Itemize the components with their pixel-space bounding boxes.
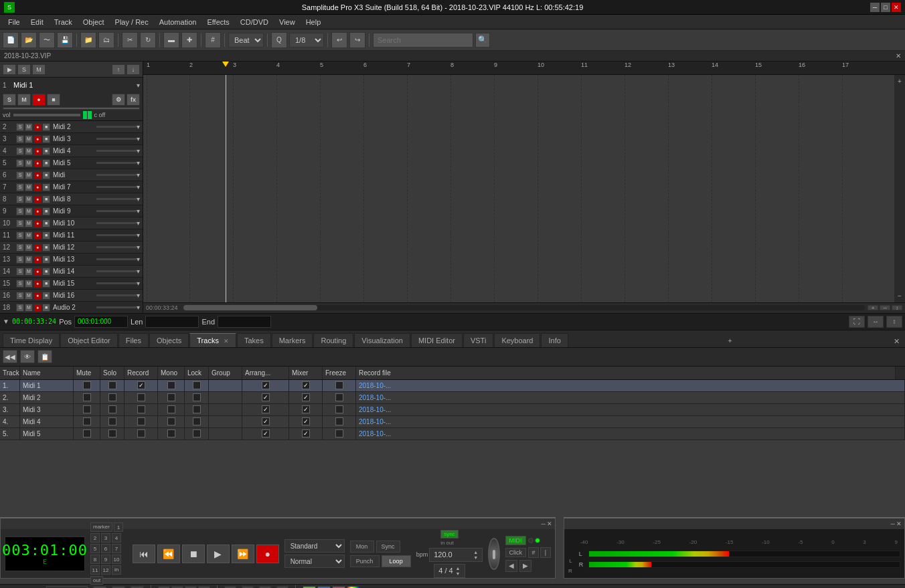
tab-keyboard[interactable]: Keyboard: [494, 333, 540, 347]
maximize-button[interactable]: □: [881, 3, 890, 12]
close-button[interactable]: ✕: [892, 3, 901, 12]
marker-12-btn[interactable]: 12: [101, 565, 110, 575]
t5-s[interactable]: S: [16, 159, 24, 167]
row4-solo[interactable]: [100, 416, 125, 427]
scroll-down-btn[interactable]: −: [898, 292, 902, 300]
s-btn[interactable]: S: [17, 64, 31, 75]
row2-lock[interactable]: [185, 392, 209, 403]
row1-name[interactable]: Midi 1: [20, 380, 74, 391]
settings-status-btn[interactable]: ⚙: [276, 586, 289, 589]
t9-m[interactable]: M: [25, 207, 33, 215]
t10-rec[interactable]: ●: [33, 219, 42, 227]
fit-btn[interactable]: ↕: [892, 305, 902, 310]
track1-stop-btn[interactable]: ■: [47, 94, 60, 106]
t14-stop[interactable]: ■: [42, 268, 50, 276]
row2-mute[interactable]: [74, 392, 100, 403]
folder-button[interactable]: 🗂: [98, 32, 114, 48]
row1-record[interactable]: [125, 380, 158, 391]
t6-s[interactable]: S: [16, 171, 24, 179]
row2-mixer[interactable]: [289, 392, 323, 403]
marker-7-btn[interactable]: 7: [112, 544, 121, 553]
menu-edit[interactable]: Edit: [25, 17, 49, 27]
row3-mute[interactable]: [74, 404, 100, 415]
t8-rec[interactable]: ●: [33, 195, 42, 203]
t9-s[interactable]: S: [16, 207, 24, 215]
row5-name[interactable]: Midi 5: [20, 428, 74, 439]
minimize-button[interactable]: ─: [870, 3, 880, 12]
row4-record[interactable]: [125, 416, 158, 427]
t9-slider[interactable]: [96, 210, 137, 212]
tab-takes[interactable]: Takes: [237, 333, 271, 347]
t18-rec[interactable]: ●: [33, 304, 42, 312]
tracks-toolbar-btn1[interactable]: ◀◀: [3, 350, 17, 363]
mon-button[interactable]: Mon: [350, 541, 374, 553]
transport-rewind-btn[interactable]: ⏪: [157, 545, 180, 563]
expand-btn[interactable]: ⛶: [849, 316, 865, 328]
track1-fx-btn[interactable]: fx: [127, 94, 140, 106]
marker-10-btn[interactable]: 10: [112, 555, 121, 564]
transport-knob[interactable]: [488, 538, 499, 570]
search-input[interactable]: [373, 33, 473, 47]
tool2[interactable]: ✚: [181, 32, 197, 48]
zoom-out-btn[interactable]: ↔: [880, 305, 890, 310]
t13-m[interactable]: M: [25, 256, 33, 264]
nav-btn2[interactable]: ⏪: [171, 586, 183, 589]
t10-slider[interactable]: [96, 222, 137, 224]
anchor-btn[interactable]: ⚓: [242, 586, 254, 589]
tool3[interactable]: #: [205, 32, 221, 48]
row3-mixer[interactable]: [289, 404, 323, 415]
vu-close-btn[interactable]: ✕: [896, 520, 902, 527]
marker-btn[interactable]: marker: [90, 522, 112, 532]
row2-file[interactable]: 2018-10-...: [356, 392, 905, 403]
tab-markers[interactable]: Markers: [272, 333, 313, 347]
track1-vol-slider[interactable]: [13, 114, 80, 116]
out-btn[interactable]: out: [90, 576, 103, 585]
row5-mute[interactable]: [74, 428, 100, 439]
pos-bar-collapse[interactable]: ▼: [3, 318, 9, 325]
t12-m[interactable]: M: [25, 243, 33, 252]
row4-arrang[interactable]: [242, 416, 289, 427]
color-gradient-btn[interactable]: [347, 586, 360, 589]
row2-solo[interactable]: [100, 392, 125, 403]
track2-rec[interactable]: ●: [33, 123, 42, 131]
row4-name[interactable]: Midi 4: [20, 416, 74, 427]
marker-3-btn[interactable]: 3: [101, 533, 110, 543]
marker-8-btn[interactable]: 8: [90, 555, 100, 564]
t4-m[interactable]: M: [25, 147, 33, 155]
t15-s[interactable]: S: [16, 280, 24, 288]
bpm-down-btn[interactable]: ▼: [473, 555, 478, 560]
t13-slider[interactable]: [96, 258, 137, 260]
workspace-btn3[interactable]: ▶: [131, 586, 144, 589]
scroll-right-btn[interactable]: ▶: [519, 560, 531, 572]
color-btn2[interactable]: ≈: [317, 586, 331, 589]
tab-objects[interactable]: Objects: [149, 333, 189, 347]
marker-2-btn[interactable]: 2: [90, 533, 100, 543]
transport-mode2-dropdown[interactable]: Normal: [284, 555, 345, 568]
row5-mono[interactable]: [158, 428, 185, 439]
midi-active-btn[interactable]: MIDI: [505, 536, 526, 545]
row4-lock[interactable]: [185, 416, 209, 427]
track3-m[interactable]: M: [25, 135, 33, 143]
row2-name[interactable]: Midi 2: [20, 392, 74, 403]
tab-visualization[interactable]: Visualization: [354, 333, 410, 347]
tab-tracks[interactable]: Tracks ✕: [189, 333, 236, 347]
row5-record[interactable]: [125, 428, 158, 439]
row1-mixer[interactable]: [289, 380, 323, 391]
t9-rec[interactable]: ●: [33, 207, 42, 215]
tab-add-btn[interactable]: +: [724, 334, 736, 347]
redo-button[interactable]: ↪: [349, 32, 365, 48]
track-1-expand-arrow[interactable]: ▾: [137, 82, 140, 89]
row1-freeze[interactable]: [323, 380, 356, 391]
t12-slider[interactable]: [96, 246, 137, 248]
t9-stop[interactable]: ■: [42, 207, 50, 215]
row1-solo[interactable]: [100, 380, 125, 391]
fraction-dropdown[interactable]: 1/8 1/4 1/16: [289, 33, 324, 47]
normalize-btn[interactable]: ↕: [886, 316, 902, 328]
t8-slider[interactable]: [96, 198, 137, 200]
row1-arrang[interactable]: [242, 380, 289, 391]
click-button[interactable]: Click: [505, 548, 527, 557]
menu-help[interactable]: Help: [301, 17, 327, 27]
row5-mixer[interactable]: [289, 428, 323, 439]
expand-all-btn[interactable]: ↓: [127, 64, 140, 75]
pos-field[interactable]: [74, 316, 128, 328]
